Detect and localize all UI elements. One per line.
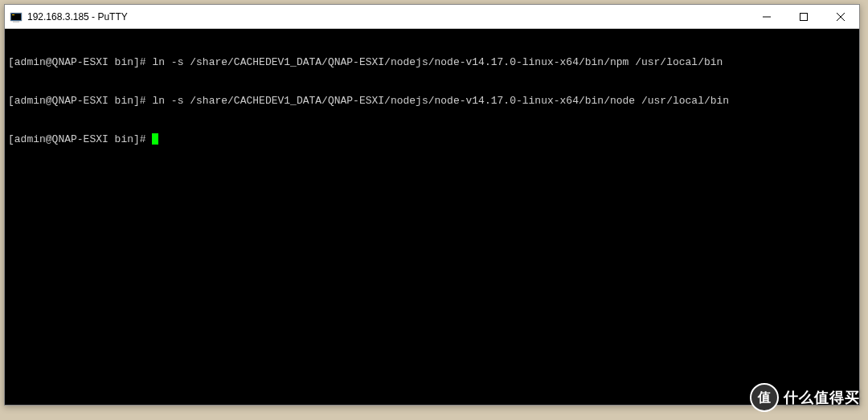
putty-icon <box>10 10 23 23</box>
shell-prompt: [admin@QNAP-ESXI bin]# <box>8 95 146 107</box>
window-controls <box>748 5 859 28</box>
watermark-badge-icon: 值 <box>750 383 779 412</box>
terminal-line: [admin@QNAP-ESXI bin]# ln -s /share/CACH… <box>8 56 856 69</box>
shell-prompt: [admin@QNAP-ESXI bin]# <box>8 133 146 145</box>
titlebar[interactable]: 192.168.3.185 - PuTTY <box>5 5 859 29</box>
svg-rect-5 <box>800 13 808 20</box>
putty-window: 192.168.3.185 - PuTTY [admin@QNAP-ESXI b… <box>4 4 860 406</box>
maximize-button[interactable] <box>785 5 822 28</box>
window-title: 192.168.3.185 - PuTTY <box>27 11 748 22</box>
watermark-text: 什么值得买 <box>784 388 860 407</box>
close-button[interactable] <box>822 5 859 28</box>
terminal-line: [admin@QNAP-ESXI bin]# ln -s /share/CACH… <box>8 95 856 108</box>
shell-command: ln -s /share/CACHEDEV1_DATA/QNAP-ESXI/no… <box>152 95 729 107</box>
terminal-line: [admin@QNAP-ESXI bin]# <box>8 133 856 146</box>
svg-rect-2 <box>12 14 14 15</box>
watermark: 值 什么值得买 <box>750 383 860 412</box>
svg-rect-3 <box>13 21 19 22</box>
shell-command: ln -s /share/CACHEDEV1_DATA/QNAP-ESXI/no… <box>152 56 723 68</box>
cursor-block <box>152 133 158 145</box>
shell-prompt: [admin@QNAP-ESXI bin]# <box>8 56 146 68</box>
terminal-area[interactable]: [admin@QNAP-ESXI bin]# ln -s /share/CACH… <box>5 29 859 405</box>
minimize-button[interactable] <box>748 5 785 28</box>
